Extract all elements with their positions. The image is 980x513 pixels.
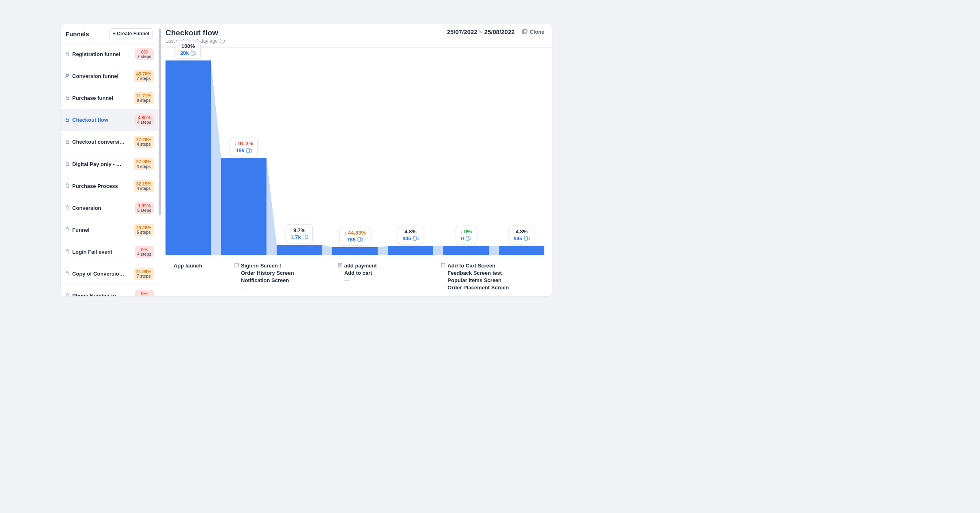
funnel-item-11[interactable]: Phone Number to OTP 0% 3 steps	[61, 285, 158, 296]
create-funnel-button[interactable]: + Create Funnel	[109, 28, 153, 39]
tooltip-pct: 4.8%	[516, 228, 528, 235]
funnel-steps: 5 steps	[137, 230, 150, 235]
funnel-steps: 4 steps	[138, 120, 151, 125]
lock-icon	[65, 182, 70, 190]
device-icon	[303, 235, 308, 239]
funnel-item-3[interactable]: Checkout flow 4.80% 4 steps	[61, 109, 158, 131]
funnel-bar-1[interactable]: ↓91.3% 18k	[221, 56, 266, 255]
funnel-badge: 21.71% 8 steps	[134, 92, 154, 104]
funnel-pct: 27.09%	[136, 159, 151, 164]
svg-rect-19	[247, 149, 249, 153]
funnel-tooltip-6: 4.8% 945	[509, 226, 534, 244]
label-text: App launch	[174, 263, 202, 269]
svg-rect-4	[66, 119, 69, 122]
funnel-badge: 27.09% 4 steps	[134, 158, 154, 170]
funnel-step-label-2: add paymentAdd to cart—	[338, 263, 441, 291]
svg-rect-32	[469, 237, 471, 240]
label-text: Order Placement Screen	[447, 285, 509, 291]
funnel-item-7[interactable]: Conversion 1.99% 5 steps	[61, 197, 158, 219]
funnel-pct: 29.28%	[136, 225, 151, 230]
label-text: Add to cart	[344, 270, 372, 276]
funnel-steps: 4 steps	[138, 252, 151, 256]
funnel-item-1[interactable]: Conversion funnel 45.78% 7 steps	[61, 65, 158, 87]
funnel-name: Checkout conversion…	[72, 139, 125, 145]
funnel-steps: 7 steps	[137, 76, 150, 81]
tooltip-pct: 0%	[464, 228, 472, 235]
funnel-item-6[interactable]: Purchase Process 32.15% 4 steps	[61, 175, 158, 197]
tooltip-count: 0	[461, 235, 464, 241]
funnel-name: Login Fail event	[72, 249, 112, 255]
funnel-bar-4[interactable]: 4.8% 945	[388, 56, 433, 255]
label-more: —	[241, 285, 338, 291]
tooltip-pct: 91.3%	[238, 140, 253, 147]
funnel-bar-0[interactable]: 100% 20k	[165, 56, 211, 255]
lock-icon	[65, 292, 70, 296]
clone-button[interactable]: Clone	[521, 29, 544, 35]
bar	[388, 246, 433, 255]
refresh-icon[interactable]	[220, 39, 225, 43]
label-text: Feedback Screen test	[447, 270, 502, 276]
funnel-bar-3[interactable]: ↓44.83% 768	[332, 56, 378, 255]
funnel-pct: 45.78%	[136, 71, 151, 76]
funnel-item-4[interactable]: Checkout conversion… 27.26% 4 steps	[61, 131, 158, 153]
tooltip-pct: 44.83%	[348, 230, 366, 236]
funnel-pct: 27.26%	[136, 137, 151, 142]
tooltip-count: 18k	[236, 147, 245, 153]
funnel-name: Phone Number to OTP	[72, 293, 125, 296]
funnel-tooltip-3: ↓44.83% 768	[340, 227, 370, 246]
bar	[499, 246, 544, 255]
device-icon	[524, 236, 530, 241]
funnel-item-5[interactable]: Digital Pay only - Pro… 27.09% 4 steps	[61, 153, 158, 175]
svg-marker-30	[433, 246, 443, 255]
svg-rect-25	[358, 237, 361, 241]
funnel-pct: 0%	[141, 50, 148, 54]
label-text: Order History Screen	[241, 270, 294, 276]
funnel-name: Conversion	[72, 205, 101, 211]
funnel-name: Purchase Process	[72, 183, 118, 189]
funnel-pct: 4.80%	[138, 115, 150, 120]
funnel-item-2[interactable]: Purchase funnel 21.71% 8 steps	[61, 87, 158, 109]
funnel-labels: App launchSign-in Screen tOrder History …	[158, 259, 552, 296]
svg-rect-5	[66, 141, 69, 144]
funnel-item-0[interactable]: Registration funnel 0% 7 steps	[61, 43, 158, 65]
svg-rect-28	[413, 236, 416, 240]
clone-icon	[521, 29, 528, 35]
funnel-list[interactable]: Registration funnel 0% 7 steps Conversio…	[61, 43, 158, 296]
lock-icon	[65, 204, 70, 211]
funnel-pct: 21.99%	[136, 269, 151, 274]
label-text: add payment	[344, 263, 377, 269]
bar	[332, 247, 378, 255]
funnel-bar-2[interactable]: 8.7% 1.7k	[277, 56, 322, 255]
funnel-steps: 5 steps	[138, 208, 151, 213]
svg-rect-29	[416, 237, 418, 240]
funnel-steps: 4 steps	[137, 164, 150, 169]
funnel-bar-5[interactable]: ↓0% 0	[443, 56, 489, 255]
funnel-bar-6[interactable]: 4.8% 945	[499, 56, 544, 255]
svg-rect-16	[191, 51, 194, 55]
funnel-tooltip-5: ↓0% 0	[456, 226, 476, 244]
date-range[interactable]: 25/07/2022 ~ 25/08/2022	[447, 28, 515, 35]
label-text: Sign-in Screen t	[241, 263, 281, 269]
svg-marker-33	[489, 246, 499, 255]
funnel-pct: 0%	[141, 291, 148, 296]
funnel-tooltip-0: 100% 20k	[176, 40, 201, 59]
svg-rect-6	[66, 163, 69, 166]
funnel-item-10[interactable]: Copy of Conversion f… 21.99% 7 steps	[61, 263, 158, 285]
funnel-pct: 32.15%	[136, 181, 151, 186]
bar	[443, 246, 489, 255]
funnel-badge: 29.28% 5 steps	[134, 224, 154, 236]
users-icon	[65, 73, 70, 80]
funnel-badge: 32.15% 4 steps	[134, 180, 154, 192]
label-text: Popular Items Screen	[447, 277, 501, 283]
funnel-badge: 45.78% 7 steps	[134, 70, 154, 82]
funnel-name: Checkout flow	[72, 117, 108, 123]
funnel-item-9[interactable]: Login Fail event 0% 4 steps	[61, 241, 158, 263]
lock-icon	[65, 160, 70, 168]
funnel-badge: 4.80% 4 steps	[135, 114, 154, 126]
funnel-item-8[interactable]: Funnel 29.28% 5 steps	[61, 219, 158, 241]
funnel-steps: 7 steps	[138, 54, 151, 59]
funnel-connector-4	[433, 56, 443, 255]
funnel-chart: 100% 20k ↓91.3% 18k 8.7% 1.7k ↓44.83% 76…	[158, 47, 552, 259]
funnel-pct: 0%	[141, 247, 148, 252]
funnel-badge: 1.99% 5 steps	[135, 202, 154, 214]
